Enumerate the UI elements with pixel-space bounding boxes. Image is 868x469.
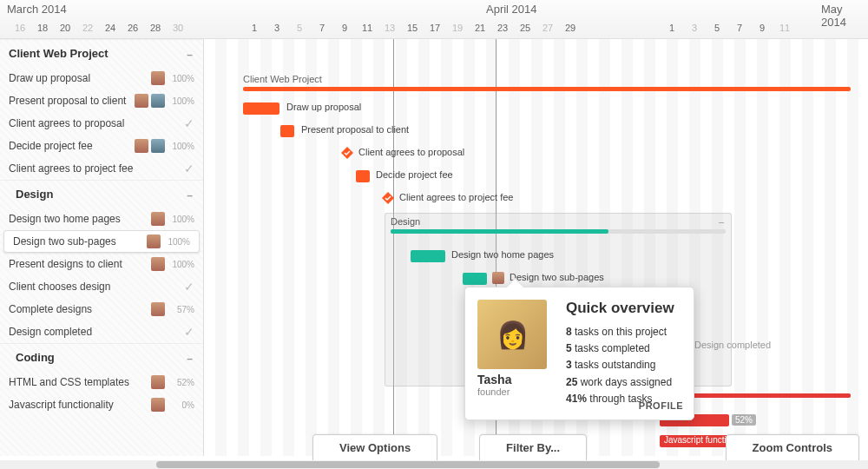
user-name: Tasha [477, 373, 557, 386]
month-row: March 2014 April 2014 May 2014 [0, 0, 868, 19]
check-icon: ✓ [184, 116, 194, 130]
assignee-avatar[interactable] [135, 139, 148, 153]
sidebar-task-row[interactable]: Javascript functionality0% [0, 393, 203, 416]
sidebar-task-row[interactable]: Client agrees to project fee✓ [0, 157, 203, 180]
user-popover: 👩 Tasha founder Quick overview 8 tasks o… [464, 287, 694, 420]
day-label: 9 [754, 23, 770, 33]
day-label: 18 [35, 23, 50, 33]
design-group-progress-fill [391, 229, 608, 234]
day-label: 16 [12, 23, 28, 33]
day-label: 3 [269, 23, 285, 33]
assignee-avatar[interactable] [151, 398, 165, 412]
sidebar-task-row[interactable]: Draw up proposal100% [0, 67, 203, 89]
task-row-label: Design two sub-pages [13, 235, 144, 248]
task-label: Design two sub-pages [510, 272, 604, 282]
day-label: 1 [664, 23, 680, 33]
day-label: 7 [314, 23, 330, 33]
sidebar-task-row[interactable]: Design completed✓ [0, 320, 203, 343]
task-bar[interactable] [411, 250, 445, 262]
horizontal-scrollbar[interactable] [0, 460, 868, 469]
sidebar-task-row[interactable]: Client chooses design✓ [0, 275, 203, 298]
day-label: 28 [148, 23, 163, 33]
sidebar-group-header[interactable]: Coding– [0, 343, 203, 371]
gantt-chart-area[interactable]: 14 Apr 2014 00:00 16 Apr 2014 00:00 2.0 … [204, 39, 868, 456]
day-label: 11 [359, 23, 375, 33]
popover-stat-line: 25 work days assigned [566, 374, 674, 391]
day-label: 17 [427, 23, 443, 33]
day-label: 5 [292, 23, 307, 33]
day-label: 3 [687, 23, 702, 33]
assignee-avatar[interactable] [135, 94, 148, 108]
task-label: Client agrees to project fee [399, 192, 513, 202]
profile-button[interactable]: PROFILE [639, 400, 683, 411]
assignee-avatar[interactable] [151, 302, 165, 316]
assignee-avatar[interactable] [151, 375, 165, 389]
assignee-avatar[interactable] [151, 257, 165, 271]
view-options-button[interactable]: View Options [312, 434, 437, 462]
assignee-avatar[interactable] [492, 272, 504, 284]
filter-by-button[interactable]: Filter By... [479, 434, 587, 462]
assignee-avatar[interactable] [151, 212, 165, 226]
day-label: 24 [102, 23, 118, 33]
sidebar-task-row[interactable]: Present designs to client100% [0, 253, 203, 275]
assignee-avatar[interactable] [151, 71, 165, 85]
project-summary-bar[interactable] [243, 87, 851, 91]
task-row-label: Design completed [9, 326, 179, 338]
collapse-icon[interactable]: – [187, 49, 193, 61]
day-label: 26 [125, 23, 141, 33]
assignee-avatar[interactable] [151, 139, 165, 153]
sidebar-group-header[interactable]: Design– [0, 180, 203, 208]
milestone-icon[interactable] [382, 192, 394, 204]
day-label: 25 [517, 23, 533, 33]
sidebar-task-row[interactable]: Design two home pages100% [0, 208, 203, 230]
collapse-icon[interactable]: – [719, 216, 724, 227]
task-row-pct: 100% [166, 237, 190, 247]
task-row-label: Javascript functionality [9, 399, 148, 411]
assignee-avatar[interactable] [151, 94, 165, 108]
task-label: Decide project fee [376, 169, 453, 180]
sidebar-task-row[interactable]: Client agrees to proposal✓ [0, 112, 203, 135]
sidebar-task-row[interactable]: Design two sub-pages100% [3, 230, 200, 253]
day-label: 1 [247, 23, 262, 33]
sidebar-group-header[interactable]: Client Web Project– [0, 39, 203, 67]
milestone-icon[interactable] [341, 147, 353, 159]
task-bar[interactable] [280, 125, 294, 137]
sidebar: Client Web Project–Draw up proposal100%P… [0, 39, 204, 456]
popover-stat-line: 8 tasks on this project [566, 324, 674, 340]
user-photo: 👩 [477, 300, 547, 369]
task-bar[interactable] [356, 170, 370, 182]
day-label: 13 [382, 23, 398, 33]
task-bar[interactable] [463, 273, 487, 285]
day-label: 19 [450, 23, 465, 33]
project-header-label: Client Web Project [243, 74, 322, 84]
assignee-avatar[interactable] [147, 234, 161, 248]
task-row-pct: 52% [170, 378, 194, 387]
task-label: Design two home pages [451, 249, 554, 260]
task-row-label: Design two home pages [9, 213, 148, 225]
bottom-toolbar: View Options Filter By... Zoom Controls [226, 434, 859, 462]
popover-stat-line: 5 tasks completed [566, 340, 674, 357]
sidebar-task-row[interactable]: HTML and CSS templates52% [0, 371, 203, 393]
sidebar-task-row[interactable]: Decide project fee100% [0, 135, 203, 157]
task-row-pct: 100% [170, 74, 194, 83]
day-row: 1618202224262830135791113151719212325272… [0, 19, 868, 39]
popover-stats: 8 tasks on this project5 tasks completed… [566, 324, 674, 407]
task-row-pct: 57% [170, 305, 194, 314]
task-row-label: HTML and CSS templates [9, 376, 148, 388]
month-label: April 2014 [486, 3, 537, 16]
collapse-icon[interactable]: – [187, 189, 193, 201]
zoom-controls-button[interactable]: Zoom Controls [726, 434, 859, 462]
popover-title: Quick overview [566, 300, 674, 317]
day-label: 5 [709, 23, 725, 33]
task-row-pct: 100% [170, 260, 194, 269]
task-bar[interactable] [243, 102, 279, 115]
task-label: Design completed [694, 340, 771, 350]
sidebar-task-row[interactable]: Complete designs57% [0, 298, 203, 320]
task-label: Present proposal to client [301, 124, 409, 135]
scrollbar-thumb[interactable] [156, 461, 660, 468]
collapse-icon[interactable]: – [187, 353, 193, 365]
design-group-header[interactable]: Design – [385, 214, 731, 229]
sidebar-task-row[interactable]: Present proposal to client100% [0, 89, 203, 112]
check-icon: ✓ [184, 162, 194, 175]
day-label: 23 [495, 23, 510, 33]
